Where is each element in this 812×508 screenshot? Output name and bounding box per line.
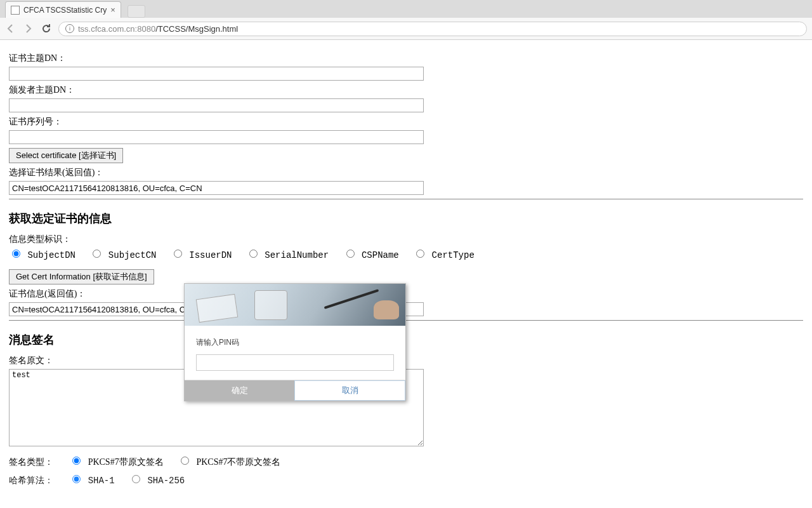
radio-issuerdn[interactable]: IssuerDN — [171, 250, 232, 260]
back-button[interactable] — [5, 23, 16, 34]
subject-dn-label: 证书主题DN： — [9, 53, 803, 64]
serial-label: 证书序列号： — [9, 116, 803, 128]
pin-prompt-label: 请输入PIN码 — [196, 337, 394, 348]
sign-heading: 消息签名 — [9, 332, 803, 347]
get-cert-info-button[interactable]: Get Cert Information [获取证书信息] — [9, 269, 154, 284]
select-result-input[interactable] — [9, 181, 424, 195]
divider — [9, 320, 803, 321]
subject-dn-input[interactable] — [9, 67, 424, 81]
sign-source-label: 签名原文： — [9, 355, 803, 366]
tab-title: CFCA TSCSStatistic Cry — [23, 6, 107, 15]
reload-button[interactable] — [41, 23, 52, 34]
radio-cspname[interactable]: CSPName — [343, 250, 399, 260]
tab-bar: CFCA TSCSStatistic Cry × — [0, 0, 812, 18]
site-info-icon[interactable]: i — [65, 24, 74, 33]
cert-info-heading: 获取选定证书的信息 — [9, 211, 803, 226]
divider — [9, 199, 803, 199]
browser-tab[interactable]: CFCA TSCSStatistic Cry × — [5, 1, 121, 18]
page-favicon-icon — [11, 6, 20, 15]
radio-pkcs7-attached[interactable]: PKCS#7带原文签名 — [69, 457, 163, 467]
address-bar[interactable]: i tss.cfca.com.cn:8080/TCCSS/MsgSign.htm… — [58, 22, 807, 36]
sigtype-label: 签名类型： — [9, 457, 53, 467]
page-content: 证书主题DN： 颁发者主题DN： 证书序列号： Select certifica… — [0, 40, 812, 500]
pin-dialog: 请输入PIN码 确定 取消 — [184, 283, 406, 401]
infotype-radio-group: SubjectDN SubjectCN IssuerDN SerialNumbe… — [9, 248, 803, 260]
radio-subjectdn[interactable]: SubjectDN — [9, 250, 75, 260]
pin-input[interactable] — [196, 354, 394, 371]
forward-button[interactable] — [23, 23, 34, 34]
issuer-dn-input[interactable] — [9, 98, 424, 112]
dialog-ok-button[interactable]: 确定 — [185, 380, 294, 401]
select-result-label: 选择证书结果(返回值)： — [9, 167, 803, 178]
radio-sha256[interactable]: SHA-256 — [129, 476, 185, 486]
browser-toolbar: i tss.cfca.com.cn:8080/TCCSS/MsgSign.htm… — [0, 18, 812, 39]
new-tab-button[interactable] — [128, 5, 145, 18]
dialog-cancel-button[interactable]: 取消 — [294, 380, 405, 401]
radio-pkcs7-detached[interactable]: PKCS#7不带原文签名 — [178, 457, 280, 467]
radio-certtype[interactable]: CertType — [413, 250, 475, 260]
radio-serialnumber[interactable]: SerialNumber — [246, 250, 329, 260]
url-host: tss.cfca.com.cn:8080/TCCSS/MsgSign.html — [78, 24, 238, 34]
infotype-label: 信息类型标识： — [9, 234, 803, 245]
hash-label: 哈希算法： — [9, 476, 53, 485]
radio-sha1[interactable]: SHA-1 — [69, 476, 114, 486]
radio-subjectcn[interactable]: SubjectCN — [89, 250, 156, 260]
browser-chrome: CFCA TSCSStatistic Cry × i tss.cfca.com.… — [0, 0, 812, 40]
select-certificate-button[interactable]: Select certificate [选择证书] — [9, 148, 123, 163]
tab-close-icon[interactable]: × — [110, 5, 115, 15]
serial-input[interactable] — [9, 130, 424, 144]
issuer-dn-label: 颁发者主题DN： — [9, 84, 803, 96]
cert-info-result-label: 证书信息(返回值)： — [9, 288, 803, 300]
dialog-banner-image — [185, 284, 405, 326]
